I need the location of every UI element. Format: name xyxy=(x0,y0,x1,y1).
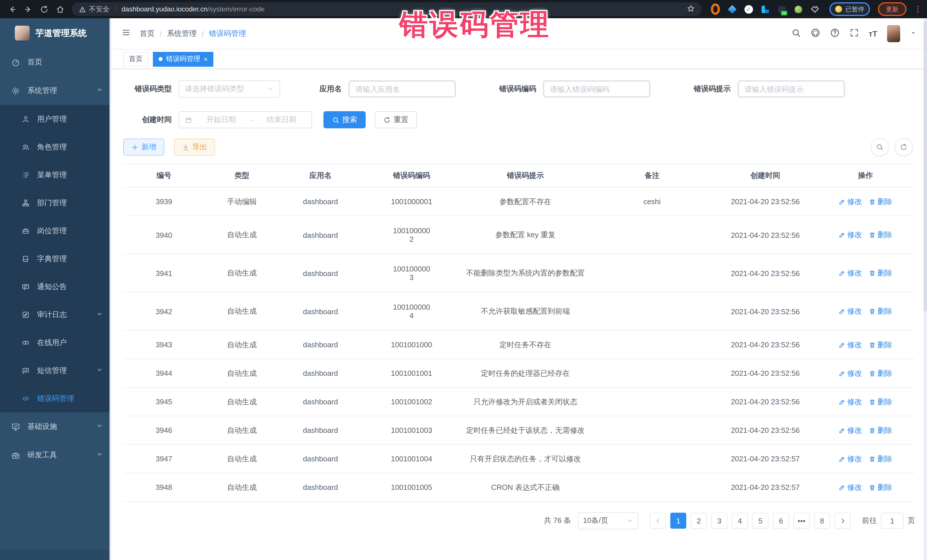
trash-icon xyxy=(869,484,876,491)
cell-code: 100100000 2 xyxy=(362,226,461,243)
date-range-picker[interactable]: 开始日期 - 结束日期 xyxy=(179,111,312,128)
paused-badge[interactable]: 已暂停 xyxy=(830,2,870,16)
chevron-down-icon xyxy=(267,85,274,93)
cell-msg: 只允许修改为开启或者关闭状态 xyxy=(461,397,589,407)
goto-page-input[interactable] xyxy=(881,513,904,529)
browser-menu-button[interactable] xyxy=(913,5,922,14)
page-button-6[interactable]: 6 xyxy=(773,513,789,529)
sidebar-item-role[interactable]: 角色管理 xyxy=(0,133,111,161)
sidebar-item-sms[interactable]: 短信管理 xyxy=(0,357,111,384)
edit-link[interactable]: 修改 xyxy=(839,454,862,464)
export-button[interactable]: 导出 xyxy=(174,138,215,156)
delete-link[interactable]: 删除 xyxy=(869,306,892,317)
extension-icon-key[interactable] xyxy=(793,5,802,14)
avatar-caret-icon[interactable] xyxy=(910,29,917,39)
address-bar[interactable]: 不安全 dashboard.yudao.iocoder.cn/system/er… xyxy=(72,2,702,16)
table-row: 3946自动生成dashboard1001001003定时任务已经处于该状态，无… xyxy=(123,416,915,445)
sidebar-item-system[interactable]: 系统管理 xyxy=(0,76,111,105)
browser-forward-button[interactable] xyxy=(21,2,35,17)
sidebar-item-devtool[interactable]: 研发工具 xyxy=(0,441,111,469)
cell-time: 2021-04-20 23:52:57 xyxy=(715,483,816,492)
page-button-5[interactable]: 5 xyxy=(752,513,768,529)
edit-link[interactable]: 修改 xyxy=(839,368,862,378)
add-button[interactable]: 新增 xyxy=(123,138,164,156)
site-security[interactable]: 不安全 xyxy=(79,4,109,14)
error-type-select[interactable]: 请选择错误码类型 xyxy=(179,80,280,97)
delete-link[interactable]: 删除 xyxy=(869,454,892,464)
extension-icon-donut[interactable] xyxy=(711,5,720,14)
table-toolbar: 新增 导出 xyxy=(123,138,915,156)
browser-update-button[interactable]: 更新 xyxy=(878,2,906,16)
page-button-4[interactable]: 4 xyxy=(732,513,748,529)
sidebar-item-notice[interactable]: 通知公告 xyxy=(0,273,111,300)
extension-icon-grid[interactable] xyxy=(760,5,769,14)
browser-home-button[interactable] xyxy=(53,2,67,17)
search-button[interactable]: 搜索 xyxy=(324,111,366,128)
page-button-3[interactable]: 3 xyxy=(711,513,727,529)
github-icon[interactable] xyxy=(810,28,820,39)
edit-link[interactable]: 修改 xyxy=(839,397,862,407)
delete-link[interactable]: 删除 xyxy=(869,368,892,378)
sidebar-item-post[interactable]: 岗位管理 xyxy=(0,217,111,244)
sidebar-item-dept[interactable]: 部门管理 xyxy=(0,189,111,217)
tab-home[interactable]: 首页 xyxy=(123,52,148,67)
refresh-table-button[interactable] xyxy=(895,138,913,156)
delete-link[interactable]: 删除 xyxy=(869,230,892,240)
page-scrollbar[interactable] xyxy=(924,18,927,560)
extension-icon-on[interactable] xyxy=(777,5,786,14)
cell-msg: CRON 表达式不正确 xyxy=(461,482,589,492)
edit-link[interactable]: 修改 xyxy=(839,425,862,436)
edit-icon xyxy=(839,341,845,348)
browser-back-button[interactable] xyxy=(5,2,20,17)
extension-icon-gem[interactable] xyxy=(727,5,737,14)
sidebar-item-online[interactable]: 在线用户 xyxy=(0,328,111,357)
tab-close-icon[interactable]: × xyxy=(204,56,208,62)
header-search-icon[interactable] xyxy=(791,28,801,39)
sidebar-item-infra[interactable]: 基础设施 xyxy=(0,412,111,441)
reset-button[interactable]: 重置 xyxy=(375,111,417,128)
extension-icon-check[interactable]: ✓ xyxy=(744,5,753,14)
page-size-select[interactable]: 10条/页 xyxy=(578,512,638,529)
error-code-input[interactable] xyxy=(544,81,650,97)
sidebar-item-home[interactable]: 首页 xyxy=(0,48,111,76)
breadcrumb-home[interactable]: 首页 xyxy=(140,29,155,39)
browser-reload-button[interactable] xyxy=(36,2,51,17)
edit-link[interactable]: 修改 xyxy=(839,230,862,240)
error-msg-input[interactable] xyxy=(738,81,844,97)
delete-link[interactable]: 删除 xyxy=(869,196,892,207)
edit-link[interactable]: 修改 xyxy=(839,340,862,350)
extensions-puzzle-icon[interactable] xyxy=(810,5,819,14)
sidebar-item-menu[interactable]: 菜单管理 xyxy=(0,161,111,189)
sidebar-item-log[interactable]: 审计日志 xyxy=(0,300,111,328)
bookmark-star-icon[interactable] xyxy=(687,4,695,14)
edit-link[interactable]: 修改 xyxy=(839,196,862,207)
next-page-button[interactable] xyxy=(834,513,851,529)
sidebar-item-user[interactable]: 用户管理 xyxy=(0,105,111,133)
prev-page-button[interactable] xyxy=(650,513,666,529)
edit-link[interactable]: 修改 xyxy=(839,268,862,278)
toggle-search-button[interactable] xyxy=(871,138,889,156)
edit-link[interactable]: 修改 xyxy=(839,306,862,317)
fullscreen-icon[interactable] xyxy=(849,28,859,39)
font-size-icon[interactable]: тT xyxy=(869,29,877,38)
page-button-8[interactable]: 8 xyxy=(814,513,830,529)
app-name-input[interactable] xyxy=(349,81,455,97)
edit-link[interactable]: 修改 xyxy=(839,482,862,492)
sidebar-logo[interactable]: 芋道管理系统 xyxy=(0,18,111,48)
delete-link[interactable]: 删除 xyxy=(869,268,892,278)
delete-link[interactable]: 删除 xyxy=(869,482,892,492)
tab-error-code[interactable]: 错误码管理 × xyxy=(153,52,213,67)
page-ellipsis-button[interactable]: ••• xyxy=(793,513,810,529)
breadcrumb-system[interactable]: 系统管理 xyxy=(167,29,196,39)
delete-link[interactable]: 删除 xyxy=(869,397,892,407)
sms-icon xyxy=(22,366,30,374)
delete-link[interactable]: 删除 xyxy=(869,340,892,350)
delete-link[interactable]: 删除 xyxy=(869,425,892,436)
sidebar-item-dict[interactable]: 字典管理 xyxy=(0,244,111,273)
help-icon[interactable] xyxy=(830,28,839,39)
sidebar-item-errcode[interactable]: 错误码管理 xyxy=(0,384,111,412)
page-button-2[interactable]: 2 xyxy=(691,513,707,529)
page-button-1[interactable]: 1 xyxy=(670,513,686,529)
user-avatar[interactable] xyxy=(887,25,900,42)
hamburger-icon[interactable] xyxy=(122,28,131,39)
